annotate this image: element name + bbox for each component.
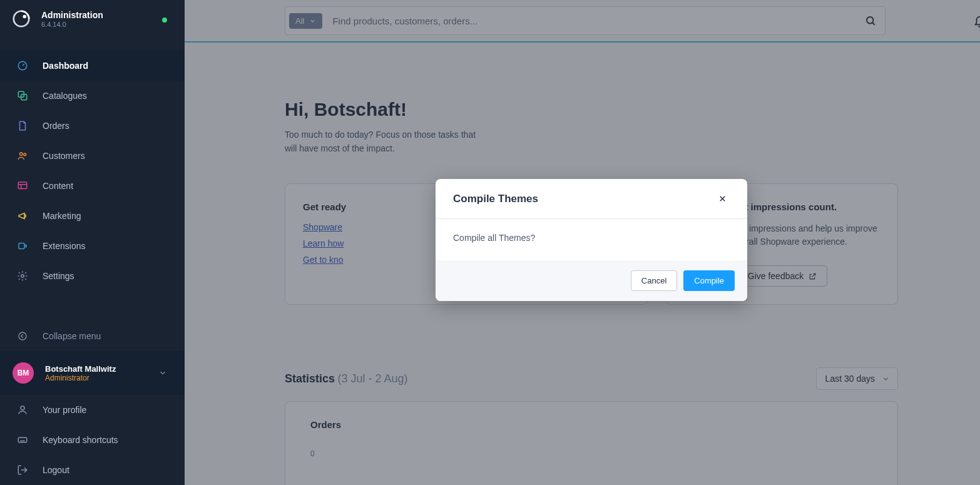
svg-point-9 <box>21 275 24 278</box>
bottom-list: Your profile Keyboard shortcuts Logout <box>0 395 185 485</box>
nav-item-dashboard[interactable]: Dashboard <box>0 51 185 81</box>
svg-rect-8 <box>19 243 24 248</box>
profile-icon <box>16 404 29 416</box>
cancel-button[interactable]: Cancel <box>631 270 677 291</box>
svg-point-1 <box>23 15 26 19</box>
keyboard-icon <box>16 434 29 446</box>
svg-rect-7 <box>18 182 27 189</box>
logo-icon <box>13 10 30 28</box>
modal-overlay[interactable]: Compile Themes Compile all Themes? Cance… <box>185 0 980 485</box>
svg-point-6 <box>24 153 26 156</box>
gear-icon <box>16 270 29 282</box>
main: All Hi, Botschaft! Too much to do today?… <box>185 0 980 485</box>
marketing-icon <box>16 210 29 222</box>
bottom-label: Your profile <box>43 405 86 415</box>
close-button[interactable] <box>715 191 730 206</box>
nav-item-extensions[interactable]: Extensions <box>0 231 185 261</box>
svg-point-10 <box>19 332 26 340</box>
collapse-menu[interactable]: Collapse menu <box>0 321 185 351</box>
avatar: BM <box>13 362 34 384</box>
content-icon <box>16 180 29 192</box>
status-indicator <box>162 18 167 23</box>
bottom-label: Keyboard shortcuts <box>43 435 118 445</box>
collapse-icon <box>16 330 29 342</box>
nav-label: Settings <box>43 271 74 281</box>
modal-body: Compile all Themes? <box>436 219 747 260</box>
nav-list: Dashboard Catalogues Orders Customers Co… <box>0 51 185 291</box>
close-icon <box>718 194 727 203</box>
nav-item-orders[interactable]: Orders <box>0 111 185 141</box>
nav-item-marketing[interactable]: Marketing <box>0 201 185 231</box>
bottom-item-logout[interactable]: Logout <box>0 455 185 485</box>
bottom-item-profile[interactable]: Your profile <box>0 395 185 425</box>
nav-item-settings[interactable]: Settings <box>0 261 185 291</box>
nav-label: Dashboard <box>43 61 88 71</box>
catalogues-icon <box>16 89 29 102</box>
collapse-label: Collapse menu <box>43 331 101 341</box>
nav-item-catalogues[interactable]: Catalogues <box>0 81 185 111</box>
customers-icon <box>16 150 29 162</box>
svg-point-11 <box>21 406 24 410</box>
app-version: 6.4.14.0 <box>41 21 103 28</box>
nav-item-content[interactable]: Content <box>0 171 185 201</box>
nav-label: Extensions <box>43 241 85 251</box>
extensions-icon <box>16 240 29 252</box>
svg-point-5 <box>20 153 23 156</box>
compile-button[interactable]: Compile <box>683 270 735 291</box>
modal-header: Compile Themes <box>436 179 747 219</box>
sidebar: Administration 6.4.14.0 Dashboard Catalo… <box>0 0 185 485</box>
user-block[interactable]: BM Botschaft Mallwitz Administrator <box>0 351 185 395</box>
dashboard-icon <box>16 59 29 72</box>
modal-footer: Cancel Compile <box>436 260 747 301</box>
nav-label: Customers <box>43 151 85 161</box>
logout-icon <box>16 464 29 476</box>
bottom-item-keyboard[interactable]: Keyboard shortcuts <box>0 425 185 455</box>
nav-item-customers[interactable]: Customers <box>0 141 185 171</box>
sidebar-header: Administration 6.4.14.0 <box>0 0 185 38</box>
modal: Compile Themes Compile all Themes? Cance… <box>436 179 747 301</box>
chevron-down-icon <box>158 369 167 377</box>
nav-label: Catalogues <box>43 91 87 101</box>
user-role: Administrator <box>45 374 116 382</box>
user-name: Botschaft Mallwitz <box>45 364 116 374</box>
svg-rect-12 <box>18 437 27 442</box>
orders-icon <box>16 120 29 132</box>
nav-label: Orders <box>43 121 69 131</box>
nav-label: Content <box>43 181 73 191</box>
app-title: Administration <box>41 10 103 21</box>
bottom-label: Logout <box>43 465 69 475</box>
nav-label: Marketing <box>43 211 81 221</box>
modal-title: Compile Themes <box>453 193 538 205</box>
